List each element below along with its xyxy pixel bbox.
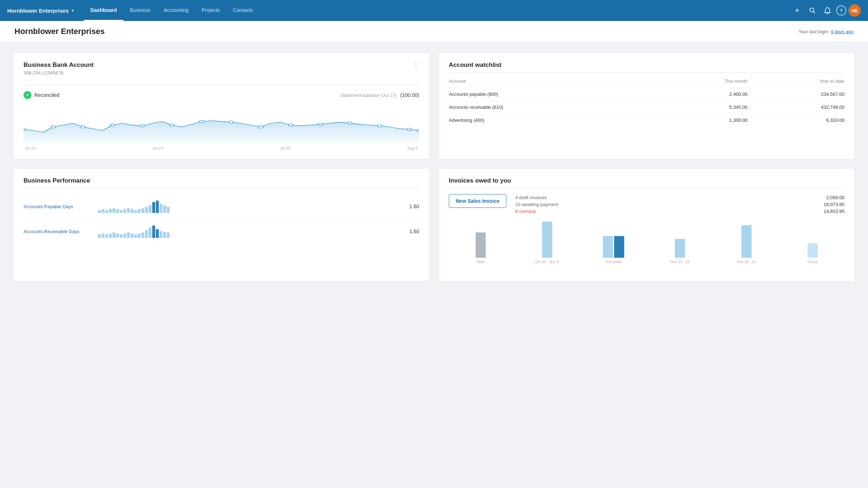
bar-pair	[715, 225, 778, 258]
invoice-stat-awaiting: 10 awaiting payment 18,073.95	[515, 201, 844, 208]
watchlist-row-month: 2,400.00	[658, 88, 748, 101]
perf-bar	[141, 208, 144, 213]
nav-link-accounting[interactable]: Accounting	[157, 0, 195, 21]
bank-account-card: Business Bank Account 306-234-12345678 ⋮…	[13, 52, 430, 159]
perf-bar	[159, 231, 162, 238]
bar-group: Older	[449, 232, 512, 264]
svg-point-16	[417, 129, 419, 132]
bar-pair	[781, 243, 844, 258]
perf-bar	[109, 209, 112, 213]
perf-bar	[120, 234, 123, 238]
perf-bar	[131, 234, 133, 238]
notifications-button[interactable]	[821, 4, 834, 17]
perf-bars-ar_days	[98, 225, 400, 238]
bank-account-number: 306-234-12345678	[24, 70, 94, 76]
sparkline-svg	[24, 103, 419, 143]
nav-actions: + ? HE	[791, 4, 861, 17]
bar-pair	[582, 236, 645, 258]
watchlist-divider	[449, 72, 844, 73]
perf-row-ar_days: Accounts Receivable Days1.60	[24, 219, 419, 244]
statement-balance-label: Statement balance (Jul 17)	[340, 93, 396, 98]
reconciled-label: Reconciled	[34, 92, 59, 98]
invoices-bar-chart: OlderOct 30 - Nov 5This weekNov 13 - 19N…	[449, 222, 844, 273]
svg-point-12	[318, 123, 323, 126]
svg-point-2	[24, 128, 26, 131]
svg-point-7	[170, 124, 174, 127]
perf-bar	[123, 234, 126, 238]
nav-link-business[interactable]: Business	[123, 0, 157, 21]
stat-label-draft: 4 draft invoices	[515, 195, 546, 200]
watchlist-row: Advertising (400) 1,300.00 6,324.00	[449, 114, 844, 127]
bar-label: Older	[476, 260, 485, 264]
watchlist-col-ytd: Year to date	[748, 78, 844, 88]
reconciled-badge: ✓ Reconciled	[24, 91, 59, 99]
sparkline-chart	[24, 103, 419, 143]
svg-point-4	[81, 126, 85, 128]
perf-bar	[127, 232, 130, 238]
watchlist-row: Accounts payable (800) 2,400.00 234,567.…	[449, 88, 844, 101]
perf-bar	[120, 210, 123, 213]
perf-rows: Accounts Payable Days1.60Accounts Receiv…	[24, 194, 419, 244]
svg-point-3	[51, 126, 55, 128]
perf-label-ar_days[interactable]: Accounts Receivable Days	[24, 229, 92, 234]
perf-bar	[167, 207, 170, 213]
svg-point-14	[378, 125, 382, 127]
check-circle-icon: ✓	[24, 91, 31, 99]
perf-bar	[163, 205, 166, 213]
help-button[interactable]: ?	[836, 5, 846, 16]
perf-bar	[145, 230, 148, 238]
bar-pair	[648, 239, 712, 258]
nav-link-contacts[interactable]: Contacts	[226, 0, 259, 21]
bar-group: Future	[781, 243, 844, 264]
add-button[interactable]: +	[791, 4, 804, 17]
bar-label: Nov 20 - 26	[737, 260, 756, 264]
perf-bar	[131, 209, 133, 213]
main-content: Business Bank Account 306-234-12345678 ⋮…	[0, 42, 868, 292]
nav-link-dashboard[interactable]: Dashboard	[84, 0, 123, 21]
perf-bar	[156, 201, 159, 213]
perf-bar	[145, 207, 148, 213]
search-button[interactable]	[806, 4, 819, 17]
bar-primary	[808, 243, 818, 258]
avatar[interactable]: HE	[848, 4, 861, 17]
perf-bar	[149, 227, 152, 238]
navbar: Hornblower Enterprises ▾ DashboardBusine…	[0, 0, 868, 21]
perf-bar	[134, 234, 137, 238]
bar-pair	[515, 222, 579, 258]
page-title: Hornblower Enterprises	[14, 27, 105, 36]
bar-group: Nov 13 - 19	[648, 239, 712, 264]
perf-bar	[152, 226, 155, 238]
last-login-link[interactable]: 4 days ago	[830, 29, 854, 34]
bar-primary	[675, 239, 685, 258]
reconciled-row: ✓ Reconciled Statement balance (Jul 17) …	[24, 91, 419, 99]
brand-chevron-icon: ▾	[72, 8, 74, 13]
perf-value-ar_days: 1.60	[406, 228, 419, 234]
perf-bar	[138, 209, 141, 213]
bar-group: This week	[582, 236, 645, 264]
bank-menu-icon[interactable]: ⋮	[413, 61, 419, 69]
perf-bar	[116, 234, 119, 238]
new-sales-invoice-button[interactable]: New Sales Invoice	[449, 194, 506, 208]
svg-point-13	[348, 122, 352, 125]
svg-point-11	[288, 124, 293, 127]
bank-title-group: Business Bank Account 306-234-12345678	[24, 61, 94, 81]
invoices-divider	[449, 188, 844, 188]
invoice-stat-draft: 4 draft invoices 2,058.00	[515, 194, 844, 201]
bar-primary	[603, 236, 613, 258]
perf-bar	[159, 204, 162, 213]
invoices-title: Invoices owed to you	[449, 177, 844, 184]
perf-bar	[98, 210, 101, 213]
business-perf-title: Business Performance	[24, 177, 419, 184]
perf-label-ap_days[interactable]: Accounts Payable Days	[24, 204, 92, 209]
brand-name: Hornblower Enterprises	[7, 8, 69, 14]
bar-primary	[476, 232, 486, 258]
bar-group: Nov 20 - 26	[715, 225, 778, 264]
bar-label: Oct 30 - Nov 5	[535, 260, 558, 264]
chart-label-1: Jul 23	[152, 146, 163, 150]
watchlist-row-ytd: 6,324.00	[748, 114, 844, 127]
bank-title: Business Bank Account	[24, 61, 94, 69]
nav-link-projects[interactable]: Projects	[195, 0, 226, 21]
brand-dropdown[interactable]: Hornblower Enterprises ▾	[7, 8, 80, 14]
watchlist-row: Accounts receivable (610) 5,345.00 432,7…	[449, 101, 844, 114]
invoice-stat-overdue: 8 overdue 14,653.95	[515, 208, 844, 215]
